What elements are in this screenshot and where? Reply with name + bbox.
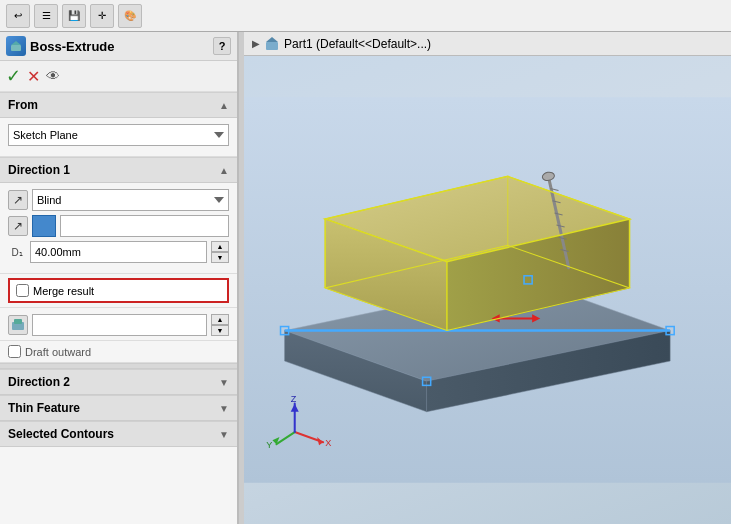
dimension-spinners: ▲ ▼ bbox=[211, 241, 229, 263]
selected-contours-section-header[interactable]: Selected Contours ▼ bbox=[0, 421, 237, 447]
selected-contours-label: Selected Contours bbox=[8, 427, 114, 441]
left-panel: Boss-Extrude ? ✓ ✕ 👁 From ▲ Sketch Plane… bbox=[0, 32, 238, 524]
from-chevron-icon: ▲ bbox=[219, 100, 229, 111]
feature-title-bar: Boss-Extrude ? bbox=[0, 32, 237, 61]
top-toolbar: ↩ ☰ 💾 ✛ 🎨 bbox=[0, 0, 731, 32]
direction1-section-content: ↗ Blind ↗ D₁ ▲ ▼ bbox=[0, 183, 237, 274]
toolbar-icon-3[interactable]: 💾 bbox=[62, 4, 86, 28]
face-spin-up[interactable]: ▲ bbox=[211, 314, 229, 325]
toolbar-icon-1[interactable]: ↩ bbox=[6, 4, 30, 28]
from-type-select[interactable]: Sketch Plane bbox=[8, 124, 229, 146]
toolbar-icon-2[interactable]: ☰ bbox=[34, 4, 58, 28]
face-body-section: ▲ ▼ bbox=[0, 308, 237, 341]
direction1-type-select[interactable]: Blind bbox=[32, 189, 229, 211]
dimension-spin-down[interactable]: ▼ bbox=[211, 252, 229, 263]
direction1-section-header[interactable]: Direction 1 ▲ bbox=[0, 157, 237, 183]
3d-viewport[interactable]: X Y Z bbox=[244, 56, 731, 524]
from-section-content: Sketch Plane bbox=[0, 118, 237, 157]
svg-rect-0 bbox=[11, 45, 21, 51]
visibility-button[interactable]: 👁 bbox=[46, 68, 60, 84]
tree-expand-icon[interactable]: ▶ bbox=[252, 38, 260, 49]
direction1-input-row: ↗ bbox=[8, 215, 229, 237]
3d-model-svg: X Y Z bbox=[244, 56, 731, 524]
confirm-button[interactable]: ✓ bbox=[6, 65, 21, 87]
merge-result-checkbox[interactable] bbox=[16, 284, 29, 297]
thin-feature-label: Thin Feature bbox=[8, 401, 80, 415]
face-body-input[interactable] bbox=[32, 314, 207, 336]
boss-extrude-icon bbox=[6, 36, 26, 56]
merge-result-text: Merge result bbox=[33, 285, 94, 297]
svg-rect-4 bbox=[266, 42, 278, 50]
direction2-chevron-icon: ▼ bbox=[219, 377, 229, 388]
direction2-label: Direction 2 bbox=[8, 375, 70, 389]
cancel-button[interactable]: ✕ bbox=[27, 67, 40, 86]
draft-outward-row: Draft outward bbox=[0, 341, 237, 363]
direction1-label: Direction 1 bbox=[8, 163, 70, 177]
dimension-row: D₁ ▲ ▼ bbox=[8, 241, 229, 263]
direction1-color-swatch bbox=[32, 215, 56, 237]
svg-rect-3 bbox=[14, 319, 22, 324]
face-body-icon bbox=[8, 315, 28, 335]
merge-result-label[interactable]: Merge result bbox=[16, 284, 94, 297]
merge-result-row: Merge result bbox=[8, 278, 229, 303]
from-label: From bbox=[8, 98, 38, 112]
from-section-header[interactable]: From ▲ bbox=[0, 92, 237, 118]
svg-text:X: X bbox=[325, 438, 331, 448]
face-input-row: ▲ ▼ bbox=[8, 314, 229, 336]
help-button[interactable]: ? bbox=[213, 37, 231, 55]
main-area: Boss-Extrude ? ✓ ✕ 👁 From ▲ Sketch Plane… bbox=[0, 32, 731, 524]
direction1-type-row: ↗ Blind bbox=[8, 189, 229, 211]
direction1-flip-button[interactable]: ↗ bbox=[8, 190, 28, 210]
from-dropdown-row: Sketch Plane bbox=[8, 124, 229, 146]
svg-marker-5 bbox=[266, 37, 278, 42]
direction1-chevron-icon: ▲ bbox=[219, 165, 229, 176]
draft-outward-label: Draft outward bbox=[25, 346, 91, 358]
direction1-reverse-button[interactable]: ↗ bbox=[8, 216, 28, 236]
svg-text:Y: Y bbox=[266, 440, 272, 450]
tree-bar: ▶ Part1 (Default<<Default>...) bbox=[244, 32, 731, 56]
part-icon bbox=[264, 36, 280, 52]
dimension-input[interactable] bbox=[30, 241, 207, 263]
thin-feature-chevron-icon: ▼ bbox=[219, 403, 229, 414]
toolbar-icon-5[interactable]: 🎨 bbox=[118, 4, 142, 28]
dimension-icon: D₁ bbox=[8, 243, 26, 261]
selected-contours-chevron-icon: ▼ bbox=[219, 429, 229, 440]
feature-title-left: Boss-Extrude bbox=[6, 36, 115, 56]
feature-title: Boss-Extrude bbox=[30, 39, 115, 54]
tree-item-label: Part1 (Default<<Default>...) bbox=[284, 37, 431, 51]
direction2-section-header[interactable]: Direction 2 ▼ bbox=[0, 369, 237, 395]
thin-feature-section-header[interactable]: Thin Feature ▼ bbox=[0, 395, 237, 421]
face-spin-down[interactable]: ▼ bbox=[211, 325, 229, 336]
svg-text:Z: Z bbox=[291, 394, 297, 404]
face-spinners: ▲ ▼ bbox=[211, 314, 229, 336]
svg-marker-1 bbox=[11, 41, 21, 45]
direction1-text-input[interactable] bbox=[60, 215, 229, 237]
dimension-spin-up[interactable]: ▲ bbox=[211, 241, 229, 252]
draft-outward-checkbox[interactable] bbox=[8, 345, 21, 358]
right-area: ▶ Part1 (Default<<Default>...) bbox=[244, 32, 731, 524]
toolbar-icon-4[interactable]: ✛ bbox=[90, 4, 114, 28]
action-buttons-row: ✓ ✕ 👁 bbox=[0, 61, 237, 92]
